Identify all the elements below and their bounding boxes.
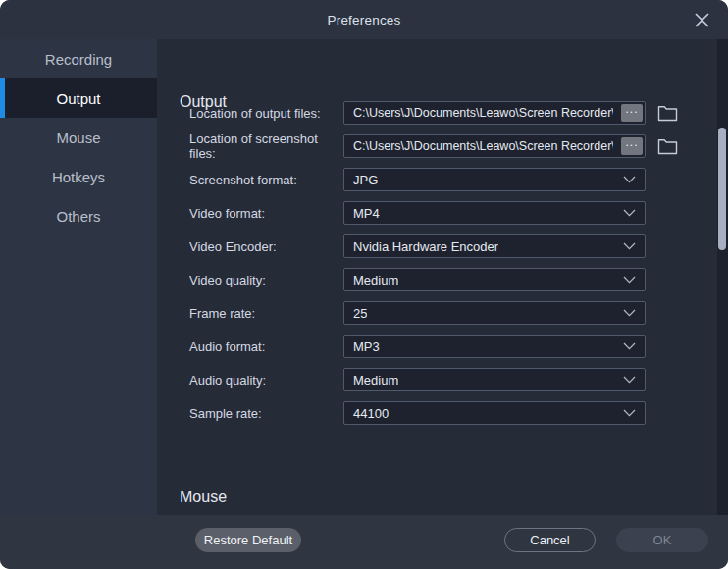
screenshot-location-value: C:\Users\J\Documents\Leawo\Screen Record… xyxy=(344,139,613,153)
chevron-down-icon xyxy=(623,242,636,250)
form-row-video-quality: Video quality: Medium xyxy=(189,268,646,291)
restore-default-button[interactable]: Restore Default xyxy=(195,528,301,552)
form-row-video-format: Video format: MP4 xyxy=(189,201,646,225)
field-label: Sample rate: xyxy=(189,406,343,421)
sidebar-item-label: Hotkeys xyxy=(52,169,105,185)
preferences-window: Preferences Recording Output Mouse Hotke… xyxy=(0,0,728,569)
chevron-down-icon xyxy=(623,342,636,350)
browse-button[interactable]: ... xyxy=(621,137,643,155)
close-icon xyxy=(694,12,710,28)
frame-rate-select[interactable]: 25 xyxy=(343,301,646,325)
sidebar-item-recording[interactable]: Recording xyxy=(0,39,157,78)
sidebar-item-hotkeys[interactable]: Hotkeys xyxy=(0,157,157,196)
form-row-video-encoder: Video Encoder: Nvidia Hardware Encoder xyxy=(189,234,646,258)
scrollbar-thumb[interactable] xyxy=(718,128,726,250)
form-row-sample-rate: Sample rate: 44100 xyxy=(189,401,646,425)
sidebar-item-others[interactable]: Others xyxy=(0,196,157,235)
field-label: Audio format: xyxy=(189,339,343,354)
screenshot-format-select[interactable]: JPG xyxy=(343,168,646,191)
scrollbar[interactable] xyxy=(717,39,728,515)
chevron-down-icon xyxy=(623,309,636,317)
form-row-output-location: Location of output files: C:\Users\J\Doc… xyxy=(189,101,678,125)
close-button[interactable] xyxy=(691,9,712,30)
main-area: Recording Output Mouse Hotkeys Others Ou… xyxy=(0,39,728,515)
form-row-screenshot-format: Screenshot format: JPG xyxy=(189,168,646,191)
form-row-screenshot-location: Location of screenshot files: C:\Users\J… xyxy=(189,134,678,158)
chevron-down-icon xyxy=(623,176,636,183)
field-label: Video Encoder: xyxy=(189,239,343,254)
field-label: Location of output files: xyxy=(189,106,343,121)
footer-bar: Restore Default Cancel OK xyxy=(0,515,728,569)
chevron-down-icon xyxy=(623,209,636,217)
chevron-down-icon xyxy=(623,376,636,384)
chevron-down-icon xyxy=(623,409,636,417)
browse-button[interactable]: ... xyxy=(621,104,643,122)
chevron-down-icon xyxy=(623,276,636,284)
window-title: Preferences xyxy=(328,13,401,27)
folder-icon xyxy=(657,138,678,155)
sample-rate-select[interactable]: 44100 xyxy=(343,401,646,425)
screenshot-location-field[interactable]: C:\Users\J\Documents\Leawo\Screen Record… xyxy=(343,134,646,158)
audio-quality-select[interactable]: Medium xyxy=(343,368,646,391)
field-label: Video quality: xyxy=(189,273,343,287)
open-folder-button[interactable] xyxy=(656,136,678,156)
sidebar-item-label: Others xyxy=(56,208,100,225)
settings-panel: Output Location of output files: C:\User… xyxy=(157,39,728,515)
field-label: Video format: xyxy=(189,206,343,221)
titlebar: Preferences xyxy=(0,0,728,39)
sidebar: Recording Output Mouse Hotkeys Others xyxy=(0,39,157,515)
open-folder-button[interactable] xyxy=(656,103,678,123)
audio-format-select[interactable]: MP3 xyxy=(343,335,646,358)
output-location-value: C:\Users\J\Documents\Leawo\Screen Record… xyxy=(344,106,613,120)
video-quality-select[interactable]: Medium xyxy=(343,268,646,291)
sidebar-item-label: Mouse xyxy=(56,129,100,146)
sidebar-item-label: Output xyxy=(56,90,100,107)
field-label: Audio quality: xyxy=(189,373,343,388)
output-location-field[interactable]: C:\Users\J\Documents\Leawo\Screen Record… xyxy=(343,101,646,125)
form-row-audio-quality: Audio quality: Medium xyxy=(189,368,646,391)
field-label: Screenshot format: xyxy=(189,173,343,187)
sidebar-item-mouse[interactable]: Mouse xyxy=(0,118,157,157)
form-row-audio-format: Audio format: MP3 xyxy=(189,335,646,358)
field-label: Location of screenshot files: xyxy=(189,131,343,161)
video-format-select[interactable]: MP4 xyxy=(343,201,646,225)
section-title-mouse: Mouse xyxy=(180,489,227,506)
cancel-button[interactable]: Cancel xyxy=(504,528,596,552)
video-encoder-select[interactable]: Nvidia Hardware Encoder xyxy=(343,234,646,258)
form-row-frame-rate: Frame rate: 25 xyxy=(189,301,646,325)
folder-icon xyxy=(657,105,678,122)
field-label: Frame rate: xyxy=(189,306,343,321)
sidebar-item-label: Recording xyxy=(45,51,112,68)
ok-button[interactable]: OK xyxy=(616,528,708,552)
sidebar-item-output[interactable]: Output xyxy=(0,78,157,118)
